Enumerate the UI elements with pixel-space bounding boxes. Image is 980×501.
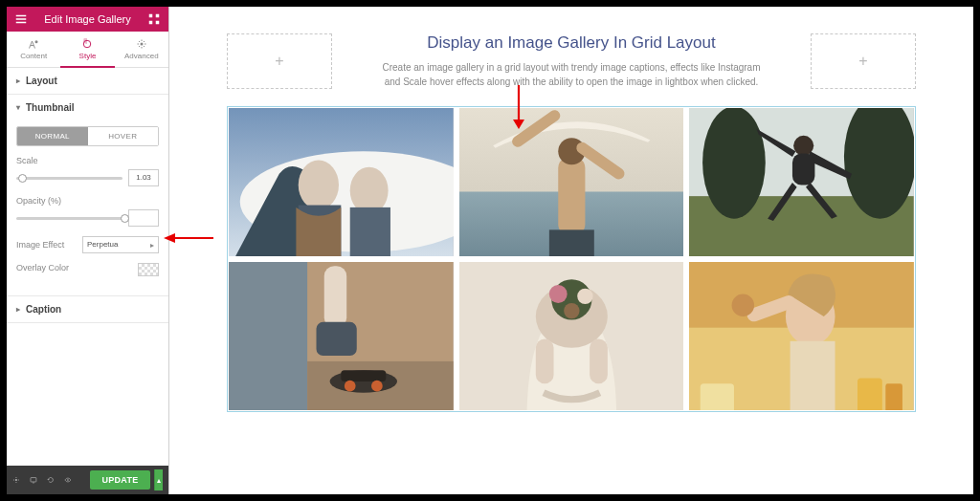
svg-rect-2 [149, 21, 153, 25]
svg-rect-34 [341, 370, 386, 381]
svg-rect-31 [324, 266, 346, 328]
tab-label: Advanced [124, 52, 159, 60]
scale-slider[interactable] [16, 177, 122, 180]
section-title: Layout [26, 76, 57, 86]
menu-icon[interactable] [14, 12, 28, 26]
scale-label: Scale [16, 156, 159, 165]
svg-point-4 [35, 40, 38, 43]
preview-canvas: + Display an Image Gallery In Grid Layou… [169, 7, 973, 494]
gallery-tile[interactable] [689, 262, 914, 410]
opacity-slider[interactable] [16, 217, 122, 220]
gallery-tile[interactable] [459, 108, 684, 256]
svg-rect-21 [549, 229, 594, 256]
svg-rect-29 [229, 262, 307, 410]
tab-advanced[interactable]: Advanced [115, 32, 168, 68]
svg-point-9 [67, 479, 68, 480]
svg-rect-52 [886, 383, 903, 410]
control-opacity: Opacity (%) [16, 196, 159, 227]
section-thumbnail: ▾Thumbnail NORMAL HOVER Scale 1.03 [7, 95, 168, 296]
tab-content[interactable]: Content [7, 32, 60, 68]
chevron-right-icon: ▸ [16, 305, 20, 314]
hero-block: Display an Image Gallery In Grid Layout … [351, 33, 791, 89]
sidebar-body: ▸Layout ▾Thumbnail NORMAL HOVER Scale 1.… [7, 68, 168, 466]
gallery-tile[interactable] [229, 108, 454, 256]
history-icon[interactable] [47, 474, 55, 486]
image-gallery[interactable] [227, 106, 916, 412]
svg-point-53 [732, 294, 754, 316]
svg-point-7 [15, 479, 17, 481]
svg-rect-51 [858, 379, 882, 410]
add-section-right[interactable]: + [811, 33, 916, 89]
svg-rect-1 [156, 14, 160, 18]
responsive-icon[interactable] [30, 474, 37, 486]
effect-select[interactable]: Perpetua [82, 236, 159, 253]
svg-point-12 [299, 161, 339, 210]
chevron-right-icon: ▸ [16, 76, 20, 85]
add-section-left[interactable]: + [227, 33, 332, 89]
opacity-label: Opacity (%) [16, 196, 159, 206]
update-button[interactable]: UPDATE [90, 470, 149, 490]
tab-style[interactable]: Style [60, 32, 114, 68]
state-segmented: NORMAL HOVER [16, 126, 159, 146]
svg-rect-17 [558, 157, 585, 235]
opacity-value[interactable] [128, 209, 159, 227]
panel-title: Edit Image Gallery [28, 13, 147, 25]
section-thumbnail-head[interactable]: ▾Thumbnail [7, 95, 168, 120]
svg-point-42 [564, 303, 579, 318]
overlay-label: Overlay Color [16, 263, 69, 272]
svg-point-40 [549, 285, 568, 303]
control-scale: Scale 1.03 [16, 156, 159, 186]
tab-label: Style [79, 52, 97, 60]
svg-rect-43 [535, 338, 553, 383]
svg-rect-44 [590, 338, 608, 383]
svg-rect-3 [156, 21, 160, 25]
gallery-tile[interactable] [229, 262, 454, 410]
editor-sidebar: Edit Image Gallery Content Style Advance… [7, 7, 169, 494]
plus-icon: + [275, 53, 283, 70]
svg-rect-32 [317, 322, 357, 356]
control-image-effect: Image Effect Perpetua [16, 236, 159, 253]
plus-icon: + [858, 53, 867, 70]
gallery-tile[interactable] [689, 108, 914, 256]
seg-hover[interactable]: HOVER [88, 127, 159, 145]
section-caption[interactable]: ▸Caption [7, 296, 168, 323]
svg-point-35 [345, 381, 356, 392]
svg-rect-8 [31, 478, 36, 482]
svg-rect-0 [149, 14, 153, 18]
chevron-down-icon: ▾ [16, 103, 20, 112]
hero-desc: Create an image gallery in a grid layout… [380, 60, 763, 89]
svg-point-41 [577, 289, 592, 304]
svg-rect-50 [701, 383, 734, 410]
section-title: Caption [26, 304, 61, 315]
seg-normal[interactable]: NORMAL [17, 127, 88, 145]
svg-point-13 [350, 167, 389, 214]
scale-value[interactable]: 1.03 [128, 169, 159, 186]
sidebar-tabs: Content Style Advanced [7, 32, 168, 68]
overlay-color-swatch[interactable] [138, 263, 159, 276]
effect-label: Image Effect [16, 240, 64, 250]
section-layout[interactable]: ▸Layout [7, 68, 168, 95]
update-dropdown[interactable]: ▴ [154, 469, 164, 490]
preview-icon[interactable] [64, 474, 72, 486]
control-overlay-color: Overlay Color [16, 263, 159, 276]
sidebar-header: Edit Image Gallery [7, 7, 168, 32]
gallery-tile[interactable] [459, 262, 684, 410]
sidebar-footer: UPDATE ▴ [7, 466, 168, 494]
hero-title: Display an Image Gallery In Grid Layout [351, 33, 791, 53]
svg-point-24 [702, 108, 766, 219]
tab-label: Content [20, 52, 47, 60]
svg-rect-27 [792, 154, 814, 185]
apps-icon[interactable] [147, 12, 161, 26]
svg-rect-15 [350, 207, 390, 256]
settings-icon[interactable] [12, 474, 20, 486]
svg-rect-49 [791, 341, 835, 410]
section-title: Thumbnail [26, 102, 75, 113]
svg-point-6 [140, 43, 143, 46]
svg-point-36 [371, 381, 383, 392]
